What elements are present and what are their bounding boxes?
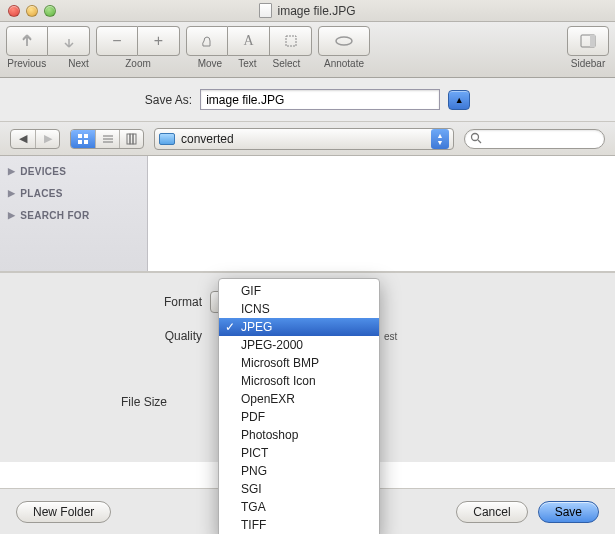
file-list[interactable]: [148, 156, 615, 271]
format-option[interactable]: SGI: [219, 480, 379, 498]
window-titlebar: image file.JPG: [0, 0, 615, 22]
zoom-label: Zoom: [125, 58, 151, 69]
sidebar-label: Sidebar: [571, 58, 605, 69]
svg-rect-6: [78, 140, 82, 144]
forward-button[interactable]: ▶: [35, 130, 59, 148]
format-option[interactable]: ICNS: [219, 300, 379, 318]
format-option-label: Photoshop: [241, 428, 298, 442]
column-view-button[interactable]: [119, 130, 143, 148]
sidebar-button[interactable]: [567, 26, 609, 56]
main-toolbar: Previous Next − + Zoom A Move Text Selec…: [0, 22, 615, 78]
next-label: Next: [68, 58, 89, 69]
cancel-button[interactable]: Cancel: [456, 501, 527, 523]
quality-label: Quality: [0, 329, 210, 343]
save-as-row: Save As: ▲: [0, 78, 615, 122]
folder-select[interactable]: converted ▲▼: [154, 128, 454, 150]
format-option-label: TIFF: [241, 518, 266, 532]
view-segment: [70, 129, 144, 149]
format-label: Format: [0, 295, 210, 309]
format-option-label: Microsoft BMP: [241, 356, 319, 370]
sidebar-item-devices[interactable]: ▶ DEVICES: [0, 160, 147, 182]
svg-rect-0: [286, 36, 296, 46]
svg-rect-7: [84, 140, 88, 144]
search-input[interactable]: [464, 129, 605, 149]
format-option-label: OpenEXR: [241, 392, 295, 406]
svg-point-14: [472, 133, 479, 140]
check-icon: ✓: [225, 320, 235, 334]
save-as-input[interactable]: [200, 89, 440, 110]
quality-best-label: est: [384, 331, 397, 342]
select-button[interactable]: [270, 26, 312, 56]
format-option-label: ICNS: [241, 302, 270, 316]
format-option[interactable]: TGA: [219, 498, 379, 516]
previous-button[interactable]: [6, 26, 48, 56]
filesize-label: File Size: [0, 395, 175, 409]
window-title: image file.JPG: [0, 3, 615, 18]
format-option[interactable]: Microsoft Icon: [219, 372, 379, 390]
format-option-label: JPEG: [241, 320, 272, 334]
select-label: Select: [273, 58, 301, 69]
updown-icon: ▲▼: [431, 129, 449, 149]
sidebar-item-places[interactable]: ▶ PLACES: [0, 182, 147, 204]
format-option-label: JPEG-2000: [241, 338, 303, 352]
window-title-text: image file.JPG: [277, 4, 355, 18]
next-button[interactable]: [48, 26, 90, 56]
format-option-label: SGI: [241, 482, 262, 496]
chevron-up-icon: ▲: [455, 95, 464, 105]
text-button[interactable]: A: [228, 26, 270, 56]
back-button[interactable]: ◀: [11, 130, 35, 148]
format-option[interactable]: OpenEXR: [219, 390, 379, 408]
format-option[interactable]: JPEG-2000: [219, 336, 379, 354]
format-option-label: PNG: [241, 464, 267, 478]
disclosure-icon: ▶: [8, 210, 15, 220]
svg-rect-4: [78, 134, 82, 138]
nav-segment: ◀ ▶: [10, 129, 60, 149]
format-option[interactable]: PICT: [219, 444, 379, 462]
save-as-label: Save As:: [145, 93, 192, 107]
new-folder-button[interactable]: New Folder: [16, 501, 111, 523]
format-option[interactable]: TIFF: [219, 516, 379, 534]
format-option[interactable]: Photoshop: [219, 426, 379, 444]
text-label: Text: [238, 58, 256, 69]
document-icon: [259, 3, 272, 18]
sidebar-item-label: SEARCH FOR: [20, 210, 89, 221]
save-button[interactable]: Save: [538, 501, 599, 523]
move-button[interactable]: [186, 26, 228, 56]
zoom-in-button[interactable]: +: [138, 26, 180, 56]
sidebar-item-label: DEVICES: [20, 166, 66, 177]
folder-icon: [159, 133, 175, 145]
format-option-label: Microsoft Icon: [241, 374, 316, 388]
format-dropdown: GIFICNS✓JPEGJPEG-2000Microsoft BMPMicros…: [218, 278, 380, 534]
sidebar-item-label: PLACES: [20, 188, 62, 199]
disclosure-icon: ▶: [8, 166, 15, 176]
format-option[interactable]: Microsoft BMP: [219, 354, 379, 372]
format-option-label: TGA: [241, 500, 266, 514]
format-option[interactable]: GIF: [219, 282, 379, 300]
move-label: Move: [198, 58, 222, 69]
disclosure-icon: ▶: [8, 188, 15, 198]
format-option-label: PICT: [241, 446, 268, 460]
format-option[interactable]: ✓JPEG: [219, 318, 379, 336]
file-browser: ▶ DEVICES ▶ PLACES ▶ SEARCH FOR: [0, 156, 615, 272]
format-option[interactable]: PNG: [219, 462, 379, 480]
sidebar: ▶ DEVICES ▶ PLACES ▶ SEARCH FOR: [0, 156, 148, 271]
format-option-label: GIF: [241, 284, 261, 298]
folder-name: converted: [181, 132, 431, 146]
browser-toolbar: ◀ ▶ converted ▲▼: [0, 122, 615, 156]
search-icon: [470, 132, 482, 144]
previous-label: Previous: [7, 58, 46, 69]
svg-rect-5: [84, 134, 88, 138]
annotate-label: Annotate: [324, 58, 364, 69]
svg-point-1: [336, 37, 352, 45]
icon-view-button[interactable]: [71, 130, 95, 148]
svg-line-15: [478, 140, 481, 143]
annotate-button[interactable]: [318, 26, 370, 56]
svg-rect-3: [590, 35, 595, 47]
expand-button[interactable]: ▲: [448, 90, 470, 110]
format-option[interactable]: PDF: [219, 408, 379, 426]
zoom-out-button[interactable]: −: [96, 26, 138, 56]
sidebar-item-searchfor[interactable]: ▶ SEARCH FOR: [0, 204, 147, 226]
list-view-button[interactable]: [95, 130, 119, 148]
svg-rect-13: [133, 134, 136, 144]
format-option-label: PDF: [241, 410, 265, 424]
